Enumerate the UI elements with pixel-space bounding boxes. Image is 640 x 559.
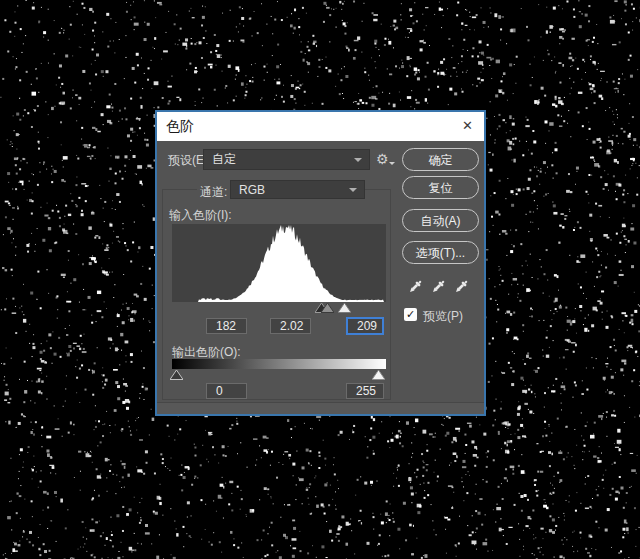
- dialog-titlebar[interactable]: 色阶 ✕: [157, 112, 484, 141]
- histogram: [172, 224, 386, 302]
- output-gradient-bar: [172, 359, 386, 369]
- black-point-eyedropper-icon[interactable]: [407, 277, 425, 295]
- histogram-plot: [172, 224, 386, 302]
- input-midtone-slider[interactable]: [321, 303, 334, 313]
- close-icon[interactable]: ✕: [462, 118, 473, 133]
- output-highlight-slider[interactable]: [372, 370, 385, 380]
- preset-value: 自定: [212, 151, 236, 168]
- chevron-down-icon: [349, 188, 357, 192]
- output-shadow-field[interactable]: [206, 383, 247, 399]
- gear-menu-icon[interactable]: ⚙: [376, 151, 389, 167]
- ok-button[interactable]: 确定: [402, 148, 479, 171]
- chevron-down-icon: [354, 158, 362, 162]
- auto-button[interactable]: 自动(A): [402, 209, 479, 232]
- preset-dropdown[interactable]: 自定: [203, 149, 370, 170]
- reset-button[interactable]: 复位: [402, 176, 479, 199]
- input-highlight-slider[interactable]: [338, 303, 351, 313]
- photoshop-workspace: 色阶 ✕ 预设(E): 自定 ⚙ 通道: RGB 输入色阶(I):: [0, 0, 640, 559]
- input-levels-label: 输入色阶(I):: [169, 207, 232, 224]
- white-point-eyedropper-icon[interactable]: [453, 277, 471, 295]
- gray-point-eyedropper-icon[interactable]: [430, 277, 448, 295]
- channel-label: 通道:: [197, 183, 230, 202]
- dialog-title: 色阶: [166, 118, 194, 136]
- input-highlight-field[interactable]: [346, 317, 384, 335]
- input-midtone-field[interactable]: [270, 318, 311, 334]
- histogram-curve: [172, 225, 385, 302]
- channel-value: RGB: [239, 183, 265, 197]
- preview-checkbox[interactable]: ✓: [404, 308, 417, 321]
- preview-label: 预览(P): [423, 308, 463, 325]
- input-shadow-field[interactable]: [206, 318, 247, 334]
- check-icon: ✓: [406, 308, 415, 320]
- output-shadow-slider[interactable]: [170, 370, 183, 380]
- channel-dropdown[interactable]: RGB: [230, 180, 365, 199]
- dialog-footer: [157, 402, 484, 414]
- options-button[interactable]: 选项(T)...: [402, 241, 479, 264]
- output-highlight-field[interactable]: [346, 383, 384, 399]
- levels-dialog: 色阶 ✕ 预设(E): 自定 ⚙ 通道: RGB 输入色阶(I):: [155, 110, 486, 416]
